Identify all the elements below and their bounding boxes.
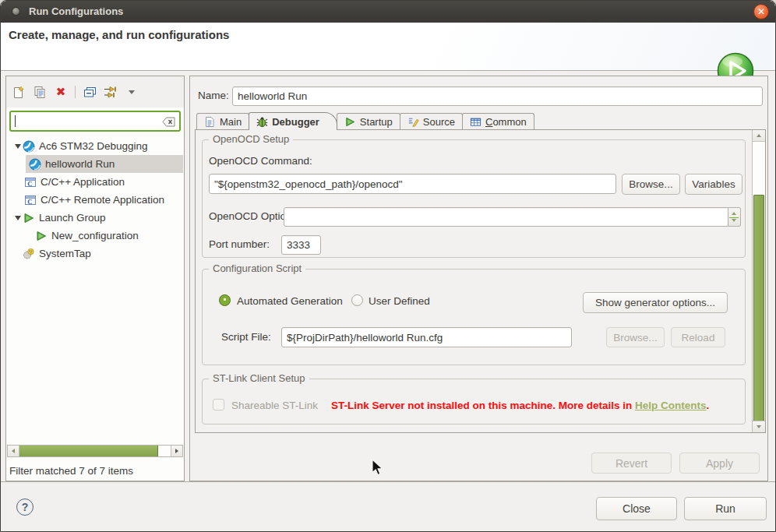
options-spinner[interactable]: [728, 207, 741, 227]
tree-item-cpp-remote-application[interactable]: C C/C++ Remote Application: [7, 191, 183, 209]
launch-group-play-icon: [35, 230, 48, 242]
spinner-divider: [729, 217, 739, 219]
browse-openocd-button[interactable]: Browse...: [622, 174, 680, 195]
dialog-header-title: Create, manage, and run configurations: [9, 28, 229, 41]
tree-item-label: Launch Group: [39, 212, 106, 224]
toolbar-separator: [75, 86, 76, 98]
tree-item-label: C/C++ Application: [41, 176, 125, 188]
automated-generation-label[interactable]: Automated Generation: [237, 295, 343, 307]
scroll-down-icon[interactable]: [753, 421, 765, 432]
openocd-command-label: OpenOCD Command:: [209, 155, 312, 167]
variables-button[interactable]: Variables: [685, 174, 742, 195]
close-button[interactable]: Close: [596, 497, 677, 520]
sidebar-horizontal-scrollbar[interactable]: [7, 445, 183, 457]
expander-collapse-icon[interactable]: [13, 144, 23, 149]
close-window-button[interactable]: ✕: [753, 4, 769, 19]
mouse-cursor: [372, 459, 383, 478]
filter-input[interactable]: [12, 113, 160, 129]
openocd-setup-group: OpenOCD Setup OpenOCD Command: Browse...…: [202, 139, 746, 258]
tab-label: Main: [220, 116, 242, 128]
ac6-globe-icon: [29, 158, 41, 171]
tree-item-new-configuration[interactable]: New_configuration: [7, 227, 183, 245]
configuration-detail-panel: Name: Main Debugger Startup: [189, 76, 768, 481]
user-defined-label[interactable]: User Defined: [369, 295, 430, 307]
bug-icon: [256, 116, 268, 128]
user-defined-radio[interactable]: [351, 294, 363, 306]
launch-group-play-icon: [23, 212, 35, 224]
openocd-options-input[interactable]: [284, 207, 728, 227]
tree-item-label: New_configuration: [51, 230, 139, 241]
help-contents-link[interactable]: Help Contents: [635, 400, 707, 411]
new-configuration-icon[interactable]: [12, 85, 26, 99]
browse-script-button-disabled: Browse...: [606, 327, 665, 347]
window-menu-icon[interactable]: [12, 7, 20, 16]
tree-item-cpp-application[interactable]: C C/C++ Application: [7, 173, 183, 191]
content-vertical-scrollbar[interactable]: [752, 130, 765, 432]
svg-text:C: C: [27, 179, 32, 187]
tree-item-launch-group[interactable]: Launch Group: [7, 209, 183, 227]
tree-item-label: Ac6 STM32 Debugging: [39, 140, 148, 152]
tab-bar: Main Debugger Startup Source: [196, 112, 534, 130]
help-button[interactable]: ?: [16, 499, 34, 516]
tree-item-ac6-stm32-debugging[interactable]: Ac6 STM32 Debugging: [7, 137, 183, 155]
footer-separator: [1, 481, 776, 482]
scroll-up-icon[interactable]: [753, 130, 765, 142]
configuration-name-input[interactable]: [232, 86, 763, 106]
tab-main[interactable]: Main: [196, 113, 249, 130]
play-icon: [344, 116, 356, 128]
scroll-right-icon[interactable]: [171, 446, 182, 456]
source-icon: [407, 116, 419, 128]
scrollbar-thumb[interactable]: [753, 195, 764, 426]
delete-configuration-icon[interactable]: ✖: [54, 85, 68, 99]
group-legend: OpenOCD Setup: [209, 133, 293, 145]
c-application-icon: C: [24, 176, 37, 188]
shareable-stlink-label: Shareable ST-Link: [231, 400, 318, 411]
document-icon: [204, 116, 216, 128]
tab-debugger[interactable]: Debugger: [249, 112, 337, 130]
group-legend: ST-Link Client Setup: [209, 372, 309, 384]
group-legend: Configuration Script: [209, 262, 305, 274]
expander-collapse-icon[interactable]: [13, 216, 23, 220]
collapse-all-icon[interactable]: [83, 85, 97, 99]
scrollbar-thumb[interactable]: [19, 446, 158, 456]
filter-box: [9, 111, 181, 132]
tree-item-label: helloworld Run: [45, 158, 115, 170]
spinner-up-icon[interactable]: [732, 212, 736, 215]
duplicate-configuration-icon[interactable]: [33, 85, 47, 99]
revert-button-disabled: Revert: [591, 453, 672, 474]
spinner-down-icon[interactable]: [732, 219, 736, 222]
clear-filter-icon[interactable]: [162, 117, 175, 129]
configurations-tree: Ac6 STM32 Debugging helloworld Run C C/C…: [7, 137, 183, 316]
script-file-label: Script File:: [221, 331, 271, 343]
port-number-input[interactable]: [281, 235, 321, 255]
sidebar-toolbar: ✖: [6, 76, 184, 107]
shareable-stlink-checkbox-disabled: [213, 399, 224, 410]
titlebar[interactable]: Run Configurations ✕: [1, 1, 775, 23]
tab-label: Source: [423, 116, 455, 128]
tree-item-label: C/C++ Remote Application: [41, 194, 164, 206]
port-number-label: Port number:: [209, 238, 270, 250]
configuration-script-group: Configuration Script Automated Generatio…: [202, 269, 746, 365]
filter-configurations-icon[interactable]: [104, 85, 118, 99]
openocd-command-input[interactable]: [209, 174, 616, 194]
tab-source[interactable]: Source: [400, 113, 463, 130]
toolbar-menu-dropdown-icon[interactable]: [125, 85, 139, 99]
reload-button-disabled: Reload: [671, 327, 725, 347]
filter-status-text: Filter matched 7 of 7 items: [9, 465, 133, 477]
script-file-input[interactable]: [281, 327, 572, 347]
tab-startup[interactable]: Startup: [337, 113, 400, 130]
tree-item-helloworld-run-selected[interactable]: helloworld Run: [26, 155, 183, 173]
run-button[interactable]: Run: [684, 497, 767, 520]
systemtap-icon: [23, 248, 35, 260]
name-label: Name:: [198, 90, 229, 101]
warning-text: ST-Link Server not installed on this mac…: [331, 400, 635, 411]
scroll-left-icon[interactable]: [8, 446, 19, 456]
tab-label: Startup: [360, 116, 393, 128]
show-generator-options-button[interactable]: Show generator options...: [583, 292, 728, 313]
warning-suffix: .: [707, 400, 710, 411]
tab-common[interactable]: Common: [462, 113, 534, 130]
run-configurations-dialog: Run Configurations ✕ Create, manage, and…: [0, 0, 776, 532]
stlink-client-setup-group: ST-Link Client Setup Shareable ST-Link S…: [202, 379, 746, 425]
automated-generation-radio[interactable]: [219, 294, 231, 306]
tree-item-systemtap[interactable]: SystemTap: [7, 245, 183, 262]
